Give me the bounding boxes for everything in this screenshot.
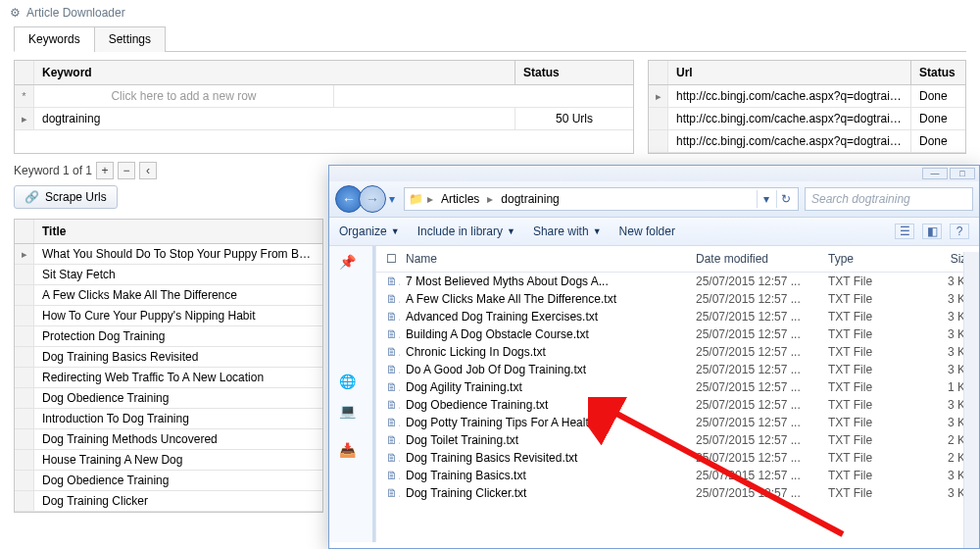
file-row[interactable]: 🗎Dog Training Basics Revisited.txt25/07/… xyxy=(376,449,979,467)
title-row[interactable]: Dog Obedience Training xyxy=(15,471,322,491)
file-name: A Few Clicks Make All The Difference.txt xyxy=(400,291,690,307)
url-cell: http://cc.bingj.com/cache.aspx?q=dogtrai… xyxy=(668,85,911,107)
crumb-root[interactable]: Articles xyxy=(437,190,483,208)
computer-icon[interactable]: 💻 xyxy=(339,403,356,419)
title-text: Dog Training Clicker xyxy=(34,491,156,511)
title-row[interactable]: Dog Training Methods Uncovered xyxy=(15,429,322,450)
file-icon: 🗎 xyxy=(380,432,400,448)
pager-add-button[interactable]: + xyxy=(96,162,114,179)
favorites-icon[interactable]: 📌 xyxy=(339,254,356,270)
include-in-library-menu[interactable]: Include in library▼ xyxy=(417,225,515,238)
col-status[interactable]: Status xyxy=(515,61,633,84)
title-row[interactable]: Introduction To Dog Training xyxy=(15,409,322,429)
file-name: Advanced Dog Training Exercises.txt xyxy=(400,309,690,324)
nav-buttons: ← → ▾ xyxy=(335,185,398,213)
title-row[interactable]: Dog Obedience Training xyxy=(15,388,322,409)
title-row[interactable]: Sit Stay Fetch xyxy=(15,265,322,285)
chevron-down-icon: ▼ xyxy=(593,226,602,236)
tab-bar: Keywords Settings xyxy=(14,25,966,52)
explorer-body: 📌 🌐 💻 📥 ☐ Name Date modified Type Size 🗎… xyxy=(329,246,979,542)
tab-settings[interactable]: Settings xyxy=(94,26,166,52)
title-row[interactable]: House Training A New Dog xyxy=(15,450,322,471)
file-row[interactable]: 🗎Chronic Licking In Dogs.txt25/07/2015 1… xyxy=(376,343,979,361)
title-row[interactable]: Dog Training Clicker xyxy=(15,491,322,512)
title-row[interactable]: Protection Dog Training xyxy=(15,326,322,347)
file-date: 25/07/2015 12:57 ... xyxy=(690,309,822,324)
col-title[interactable]: Title xyxy=(34,220,322,243)
explorer-window: — □ ← → ▾ 📁 ▸ Articles ▸ dogtraining ▾ ↻… xyxy=(328,165,980,549)
new-folder-button[interactable]: New folder xyxy=(619,225,675,238)
folder-icon: 📁 xyxy=(409,192,423,206)
row-indicator-icon xyxy=(15,347,34,367)
title-text: Introduction To Dog Training xyxy=(34,409,197,428)
title-row[interactable]: ▸What You Should Do To Stop Your Puppy F… xyxy=(15,244,322,265)
col-name[interactable]: Name xyxy=(400,250,690,268)
checkbox-column[interactable]: ☐ xyxy=(380,250,400,268)
row-indicator-icon xyxy=(15,265,34,284)
help-button[interactable]: ? xyxy=(950,224,969,239)
explorer-sidebar[interactable]: 📌 🌐 💻 📥 xyxy=(329,246,376,542)
new-row-placeholder[interactable]: * Click here to add a new row xyxy=(15,85,633,108)
file-row[interactable]: 🗎7 Most Believed Myths About Dogs A...25… xyxy=(376,273,979,290)
row-indicator-icon xyxy=(15,326,34,346)
title-row[interactable]: A Few Clicks Make All The Difference xyxy=(15,285,322,306)
file-row[interactable]: 🗎Dog Training Clicker.txt25/07/2015 12:5… xyxy=(376,484,979,502)
col-type[interactable]: Type xyxy=(822,250,910,268)
nav-history-dropdown[interactable]: ▾ xyxy=(386,185,398,213)
file-type: TXT File xyxy=(822,274,910,289)
file-date: 25/07/2015 12:57 ... xyxy=(690,468,822,483)
view-options-button[interactable]: ☰ xyxy=(895,224,914,239)
refresh-button[interactable]: ↻ xyxy=(776,190,794,208)
breadcrumb-dropdown[interactable]: ▾ xyxy=(757,190,774,208)
file-row[interactable]: 🗎Dog Potty Training Tips For A Healthy..… xyxy=(376,414,979,431)
organize-menu[interactable]: Organize▼ xyxy=(339,225,400,238)
pager-more-button[interactable]: ‹ xyxy=(139,162,157,179)
crumb-current[interactable]: dogtraining xyxy=(497,190,563,208)
file-row[interactable]: 🗎Dog Obedience Training.txt25/07/2015 12… xyxy=(376,396,979,414)
file-row[interactable]: 🗎Dog Toilet Training.txt25/07/2015 12:57… xyxy=(376,431,979,449)
col-url[interactable]: Url xyxy=(668,61,911,84)
minimize-button[interactable]: — xyxy=(922,168,948,179)
explorer-nav: ← → ▾ 📁 ▸ Articles ▸ dogtraining ▾ ↻ Sea… xyxy=(329,181,979,218)
file-row[interactable]: 🗎Do A Good Job Of Dog Training.txt25/07/… xyxy=(376,361,979,378)
search-placeholder: Search dogtraining xyxy=(811,192,910,206)
col-url-status[interactable]: Status xyxy=(911,61,965,84)
file-type: TXT File xyxy=(822,326,910,342)
title-row[interactable]: How To Cure Your Puppy's Nipping Habit xyxy=(15,306,322,326)
file-type: TXT File xyxy=(822,362,910,377)
col-keyword[interactable]: Keyword xyxy=(34,61,515,84)
file-icon: 🗎 xyxy=(380,468,400,483)
title-text: Protection Dog Training xyxy=(34,326,172,346)
pager-remove-button[interactable]: − xyxy=(118,162,135,179)
file-row[interactable]: 🗎Dog Agility Training.txt25/07/2015 12:5… xyxy=(376,378,979,396)
vertical-scrollbar[interactable] xyxy=(963,252,979,548)
sidebar-splitter[interactable] xyxy=(372,246,375,542)
network-icon[interactable]: 📥 xyxy=(339,442,356,458)
file-row[interactable]: 🗎Advanced Dog Training Exercises.txt25/0… xyxy=(376,308,979,325)
scrape-urls-button[interactable]: 🔗 Scrape Urls xyxy=(14,185,118,209)
row-gutter xyxy=(15,220,34,243)
file-row[interactable]: 🗎Dog Training Basics.txt25/07/2015 12:57… xyxy=(376,467,979,484)
row-indicator-icon xyxy=(649,130,668,152)
title-row[interactable]: Redirecting Web Traffic To A New Locatio… xyxy=(15,368,322,388)
forward-button[interactable]: → xyxy=(359,185,386,213)
window-titlebar[interactable]: — □ xyxy=(329,166,979,181)
file-row[interactable]: 🗎A Few Clicks Make All The Difference.tx… xyxy=(376,290,979,308)
url-row[interactable]: http://cc.bingj.com/cache.aspx?q=dogtrai… xyxy=(649,108,965,130)
search-input[interactable]: Search dogtraining xyxy=(805,187,973,211)
libraries-icon[interactable]: 🌐 xyxy=(339,374,356,389)
chevron-down-icon: ▼ xyxy=(507,226,515,236)
top-grids: Keyword Status * Click here to add a new… xyxy=(0,52,980,158)
col-date[interactable]: Date modified xyxy=(690,250,822,268)
breadcrumb[interactable]: 📁 ▸ Articles ▸ dogtraining ▾ ↻ xyxy=(404,187,799,211)
file-row[interactable]: 🗎Building A Dog Obstacle Course.txt25/07… xyxy=(376,325,979,343)
file-icon: 🗎 xyxy=(380,415,400,430)
url-row[interactable]: ▸http://cc.bingj.com/cache.aspx?q=dogtra… xyxy=(649,85,965,108)
tab-keywords[interactable]: Keywords xyxy=(14,26,95,52)
keyword-row[interactable]: ▸ dogtraining 50 Urls xyxy=(15,108,633,130)
preview-pane-button[interactable]: ◧ xyxy=(922,224,942,239)
url-row[interactable]: http://cc.bingj.com/cache.aspx?q=dogtrai… xyxy=(649,130,965,153)
title-row[interactable]: Dog Training Basics Revisited xyxy=(15,347,322,368)
share-with-menu[interactable]: Share with▼ xyxy=(533,225,602,238)
maximize-button[interactable]: □ xyxy=(950,168,975,179)
